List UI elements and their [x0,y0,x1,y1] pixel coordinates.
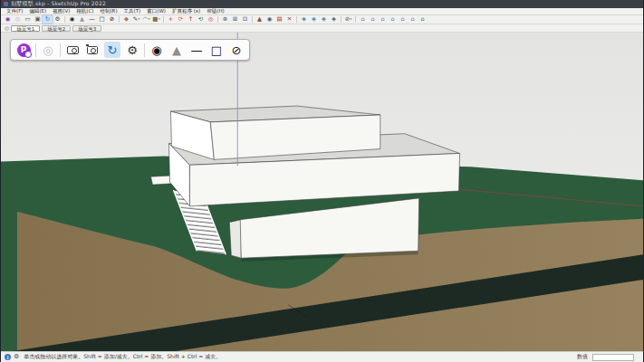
plugin-sync-off-icon[interactable]: ◎ [40,42,56,58]
menu-item-8[interactable]: 帮助(H) [204,8,226,14]
more-tools-dropdown-icon[interactable]: ▾ [351,18,352,22]
menu-item-4[interactable]: 绘制(R) [97,8,120,14]
toolbar-separator [217,16,218,23]
view-left-icon[interactable]: ⌂ [408,15,418,24]
zoom-extents-icon[interactable]: ⊡ [240,15,250,24]
push-pull-icon[interactable]: ↑ [186,15,196,24]
menu-item-2[interactable]: 视图(V) [50,8,72,14]
scene-tabs-bar: ◎ 场景号1场景号2场景号3 [1,24,643,33]
follow-me-icon[interactable]: ⟲ [196,15,206,24]
rotate-tool-icon[interactable]: ⟳ [176,15,186,24]
position-camera-icon[interactable]: ▲ [255,15,264,24]
overlay-separator [60,43,61,57]
photo-camera-icon[interactable]: ▣ [33,15,43,24]
overlay-separator [144,43,145,57]
scene-search-icon[interactable]: ◎ [5,25,9,31]
view-back-icon[interactable]: ⌂ [398,15,408,24]
video-camera-glyph [67,46,79,54]
toolbar-separator [64,16,65,23]
geolocation-gear-icon[interactable]: ⚙ [14,354,19,360]
disable-light-icon[interactable]: ⊘ [228,42,245,58]
view-right-icon[interactable]: ⌂ [388,15,398,24]
arc-tool-icon[interactable]: ◠▾ [141,15,151,24]
toolbar-separator [119,16,120,23]
eraser-icon[interactable]: ◆ [121,15,131,24]
spot-light-icon[interactable]: ▲ [168,42,185,58]
menu-item-3[interactable]: 相机(C) [73,8,96,14]
video-camera-icon[interactable]: ▭ [23,15,33,24]
plugin-render-icon[interactable]: ◉ [3,15,13,24]
freehand-line-dropdown-icon[interactable]: ▾ [139,18,140,22]
tags-panel-icon[interactable]: ◈ [329,15,339,24]
live-sync-icon[interactable]: ↻ [43,15,53,24]
arc-tool-dropdown-icon[interactable]: ▾ [149,18,150,22]
toolbar-separator [296,16,297,23]
toolbar-separator [341,16,341,23]
rect-light-icon[interactable]: □ [97,15,107,24]
app-icon [4,2,8,6]
measurements-label: 数值 [577,353,588,361]
more-tools-icon[interactable]: ⊘▾ [343,15,353,24]
plugin-settings-icon[interactable]: ⚙ [124,42,140,58]
zoom-window-icon[interactable]: ⊞ [230,15,240,24]
menu-item-6[interactable]: 窗口(W) [144,8,168,14]
section-plane-icon[interactable]: ▤ [274,15,284,24]
window-title: 别墅模型.skp - SketchUp Pro 2022 [11,0,106,8]
line-light-icon[interactable]: — [87,15,97,24]
plugin-sync-off-icon[interactable]: ◎ [13,15,23,24]
sketchup-window: 别墅模型.skp - SketchUp Pro 2022 文件(F)编辑(E)视… [0,0,644,362]
menu-item-7[interactable]: 扩展程序 (x) [169,8,203,14]
spot-light-icon[interactable]: ▲ [77,15,87,24]
overlay-separator [35,43,36,57]
toolbar-separator [355,16,356,23]
freehand-line-icon[interactable]: ✎▾ [131,15,141,24]
info-icon[interactable]: i [5,354,11,360]
bottom-slab-left-face[interactable] [229,220,241,259]
toolbar-separator [252,16,253,23]
status-bar: i ⚙ 单击或拖动以选择对象。Shift = 添加/减去。Ctrl = 添加。S… [1,351,643,362]
live-sync-icon[interactable]: ↻ [104,42,120,58]
plugin-settings-icon[interactable]: ⚙ [53,15,62,24]
model-canvas[interactable] [1,33,643,351]
view-iso-icon[interactable]: ⌂ [358,15,368,24]
offset-tool-icon[interactable]: ◎ [206,15,216,24]
model-viewport[interactable]: P◎↻⚙◉▲—□⊘ [1,33,643,351]
shape-tool-dropdown-icon[interactable]: ▾ [159,18,160,22]
title-bar[interactable]: 别墅模型.skp - SketchUp Pro 2022 [1,0,643,8]
photo-camera-icon[interactable] [84,42,101,58]
video-camera-icon[interactable] [64,42,81,58]
point-light-icon[interactable]: ◉ [67,15,77,24]
shape-tool-icon[interactable]: ■▾ [151,15,161,24]
line-light-icon[interactable]: — [188,42,205,58]
view-bottom-icon[interactable]: ⌂ [418,15,428,24]
plugin-overlay-toolbar: P◎↻⚙◉▲—□⊘ [10,39,250,61]
components-panel-icon[interactable]: ◈ [299,15,309,24]
move-tool-icon[interactable]: + [166,15,176,24]
plugin-render-icon[interactable]: P [15,42,32,58]
materials-panel-icon[interactable]: ◈ [309,15,319,24]
styles-panel-icon[interactable]: ◈ [319,15,329,24]
scene-tab-2[interactable]: 场景号2 [42,25,71,32]
axes-tool-icon[interactable]: ✕ [284,15,294,24]
point-light-icon[interactable]: ◉ [149,42,165,58]
plugin-render-logo: P [17,43,31,57]
look-around-icon[interactable]: ◉ [264,15,274,24]
menu-item-0[interactable]: 文件(F) [4,8,25,14]
menu-bar: 文件(F)编辑(E)视图(V)相机(C)绘制(R)工具(T)窗口(W)扩展程序 … [1,8,643,15]
scene-tab-1[interactable]: 场景号1 [11,25,40,32]
menu-item-5[interactable]: 工具(T) [121,8,144,14]
photo-camera-glyph [87,46,98,54]
main-toolbar: ◉◎▭▣↻⚙◉▲—□⊘◆✎▾◠▾■▾+⟳↑⟲◎⊕⊞⊡▲◉▤✕◈◈◈◈⊘▾⌂⌂⌂⌂… [1,15,643,24]
status-hint-text: 单击或拖动以选择对象。Shift = 添加/减去。Ctrl = 添加。Shift… [24,353,574,361]
view-top-icon[interactable]: ⌂ [368,15,378,24]
zoom-tool-icon[interactable]: ⊕ [220,15,230,24]
measurements-input[interactable] [592,354,634,361]
disable-light-icon[interactable]: ⊘ [107,15,117,24]
scene-tab-3[interactable]: 场景号3 [72,25,101,32]
rect-light-icon[interactable]: □ [208,42,225,58]
view-front-icon[interactable]: ⌂ [378,15,388,24]
menu-item-1[interactable]: 编辑(E) [26,8,49,14]
toolbar-separator [163,16,164,23]
